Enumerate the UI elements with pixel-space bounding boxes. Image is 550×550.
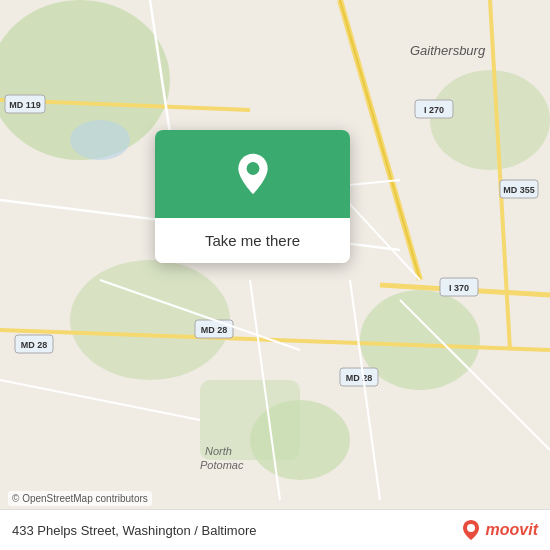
osm-attribution: © OpenStreetMap contributors [8,491,152,506]
svg-text:MD 119: MD 119 [9,100,41,110]
svg-text:Potomac: Potomac [200,459,244,471]
svg-point-41 [467,524,475,532]
svg-text:I 270: I 270 [424,105,444,115]
map-background: I 270 MD 355 I 370 MD 119 MD 28 MD 28 MD… [0,0,550,550]
moovit-icon [459,518,483,542]
svg-text:North: North [205,445,232,457]
popup-card: Take me there [155,130,350,263]
take-me-there-button[interactable]: Take me there [155,218,350,263]
svg-point-7 [70,120,130,160]
map-container: I 270 MD 355 I 370 MD 119 MD 28 MD 28 MD… [0,0,550,550]
svg-point-40 [246,162,259,175]
moovit-text: moovit [486,521,538,539]
svg-point-5 [430,70,550,170]
svg-text:MD 28: MD 28 [346,373,373,383]
moovit-logo: moovit [459,518,538,542]
svg-text:MD 28: MD 28 [21,340,48,350]
svg-text:MD 28: MD 28 [201,325,228,335]
bottom-bar: 433 Phelps Street, Washington / Baltimor… [0,509,550,550]
svg-text:MD 355: MD 355 [503,185,535,195]
address-text: 433 Phelps Street, Washington / Baltimor… [12,523,256,538]
svg-text:I 370: I 370 [449,283,469,293]
location-pin-icon [231,152,275,196]
svg-text:Gaithersburg: Gaithersburg [410,43,486,58]
popup-green-header [155,130,350,218]
